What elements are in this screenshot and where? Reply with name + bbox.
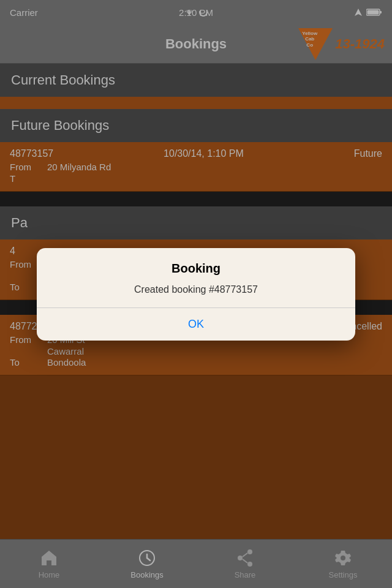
booking-modal: Booking Created booking #48773157 OK <box>37 248 355 341</box>
modal-overlay: Booking Created booking #48773157 OK <box>0 0 392 588</box>
modal-title: Booking <box>172 262 221 275</box>
modal-ok-button[interactable]: OK <box>37 308 355 341</box>
modal-header: Booking <box>37 248 355 282</box>
modal-footer: OK <box>37 308 355 341</box>
modal-body: Created booking #48773157 <box>37 282 355 307</box>
modal-message: Created booking #48773157 <box>134 284 258 295</box>
